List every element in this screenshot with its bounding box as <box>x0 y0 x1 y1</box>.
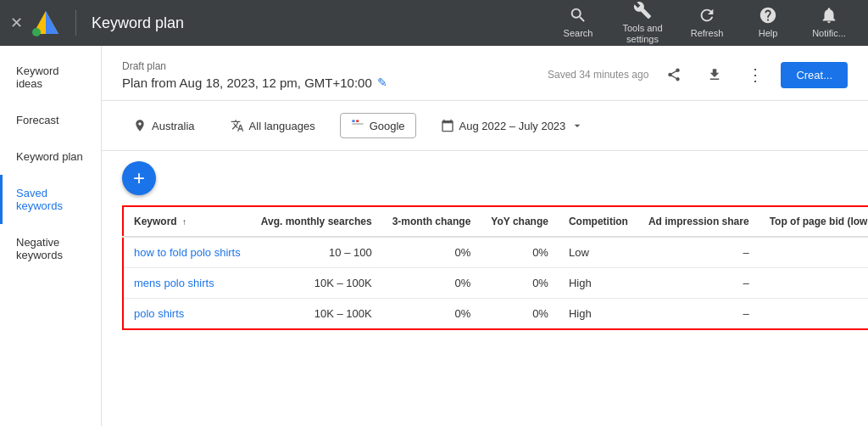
filter-bar: Australia All languages Google Aug 2022 … <box>102 101 868 151</box>
add-keyword-button[interactable]: + <box>122 161 156 195</box>
close-icon[interactable]: ✕ <box>10 14 23 32</box>
app-layout: Keyword ideas Forecast Keyword plan Save… <box>0 46 868 426</box>
table-section: Keyword ↑ Avg. monthly searches 3-month … <box>102 205 868 347</box>
tools-nav-button[interactable]: Tools and settings <box>610 0 675 46</box>
help-nav-label: Help <box>759 28 778 39</box>
ad-impression-cell: – <box>638 299 760 330</box>
saved-text: Saved 34 minutes ago <box>548 69 648 81</box>
top-low-cell: – <box>760 237 868 268</box>
notifications-nav-button[interactable]: Notific... <box>800 0 858 46</box>
top-low-cell: $0.73 <box>760 299 868 330</box>
refresh-nav-button[interactable]: Refresh <box>678 0 736 46</box>
col-yoy: YoY change <box>481 206 559 237</box>
download-button[interactable] <box>699 59 730 90</box>
date-range-label: Aug 2022 – July 2023 <box>459 120 566 132</box>
share-icon <box>666 67 682 82</box>
col-ad-impression: Ad impression share <box>638 206 760 237</box>
avg-monthly-cell: 10 – 100 <box>251 237 382 268</box>
draft-label: Draft plan <box>122 60 387 72</box>
more-menu-button[interactable]: ⋮ <box>740 59 771 90</box>
yoy-cell: 0% <box>481 299 559 330</box>
header-right: Saved 34 minutes ago ⋮ Creat... <box>548 59 848 90</box>
header-left: Draft plan Plan from Aug 18, 2023, 12 pm… <box>122 60 387 90</box>
svg-rect-3 <box>352 120 354 122</box>
network-filter[interactable]: Google <box>340 113 416 138</box>
sort-icon: ↑ <box>182 217 186 227</box>
location-label: Australia <box>152 120 195 132</box>
network-icon <box>351 119 364 132</box>
help-icon <box>759 6 777 25</box>
nav-divider <box>75 10 76 36</box>
plan-title: Plan from Aug 18, 2023, 12 pm, GMT+10:00… <box>122 76 387 90</box>
svg-rect-4 <box>356 120 359 122</box>
competition-cell: Low <box>559 237 638 268</box>
network-label: Google <box>370 120 405 132</box>
col-avg-monthly: Avg. monthly searches <box>251 206 382 237</box>
avg-monthly-cell: 10K – 100K <box>251 299 382 330</box>
location-icon <box>133 119 147 132</box>
sidebar-item-saved-keywords[interactable]: Saved keywords <box>0 175 101 224</box>
yoy-cell: 0% <box>481 237 559 268</box>
keyword-cell[interactable]: mens polo shirts <box>123 268 251 299</box>
share-button[interactable] <box>659 59 689 90</box>
refresh-nav-label: Refresh <box>691 28 724 39</box>
language-label: All languages <box>249 120 315 132</box>
top-nav: ✕ Keyword plan Search Tools and settings… <box>0 0 868 46</box>
main-content: Draft plan Plan from Aug 18, 2023, 12 pm… <box>102 46 868 426</box>
sidebar-item-keyword-ideas[interactable]: Keyword ideas <box>0 53 101 102</box>
help-nav-button[interactable]: Help <box>739 0 797 46</box>
notifications-icon <box>820 6 838 25</box>
language-filter[interactable]: All languages <box>220 113 326 138</box>
content-header: Draft plan Plan from Aug 18, 2023, 12 pm… <box>102 46 868 101</box>
nav-left: ✕ Keyword plan <box>10 8 549 37</box>
chevron-down-icon <box>570 119 584 132</box>
svg-point-2 <box>32 28 41 36</box>
yoy-cell: 0% <box>481 268 559 299</box>
table-header-row: Keyword ↑ Avg. monthly searches 3-month … <box>123 206 868 237</box>
3month-cell: 0% <box>382 268 481 299</box>
tools-nav-label: Tools and settings <box>610 23 675 45</box>
tools-icon <box>633 1 652 20</box>
date-range-filter[interactable]: Aug 2022 – July 2023 <box>430 113 596 138</box>
ad-impression-cell: – <box>638 237 760 268</box>
create-button[interactable]: Creat... <box>781 62 848 88</box>
keyword-cell[interactable]: polo shirts <box>123 299 251 330</box>
refresh-icon <box>698 6 716 25</box>
competition-cell: High <box>559 299 638 330</box>
sidebar-item-keyword-plan[interactable]: Keyword plan <box>0 138 101 175</box>
language-icon <box>231 119 244 132</box>
3month-cell: 0% <box>382 237 481 268</box>
search-nav-button[interactable]: Search <box>549 0 607 46</box>
edit-icon[interactable]: ✎ <box>377 76 387 89</box>
download-icon <box>707 67 722 82</box>
sidebar: Keyword ideas Forecast Keyword plan Save… <box>0 46 102 426</box>
ad-impression-cell: – <box>638 268 760 299</box>
calendar-icon <box>441 119 454 132</box>
avg-monthly-cell: 10K – 100K <box>251 268 382 299</box>
table-row: polo shirts 10K – 100K 0% 0% High – $0.7… <box>123 299 868 330</box>
top-low-cell: $0.81 <box>760 268 868 299</box>
more-dots-icon: ⋮ <box>747 64 765 85</box>
col-keyword: Keyword ↑ <box>123 206 251 237</box>
add-section: + <box>102 151 868 205</box>
svg-marker-1 <box>46 11 58 34</box>
col-competition: Competition <box>559 206 638 237</box>
search-icon <box>569 6 587 25</box>
nav-right: Search Tools and settings Refresh Help N… <box>549 0 858 46</box>
sidebar-item-forecast[interactable]: Forecast <box>0 102 101 138</box>
svg-rect-5 <box>352 123 363 124</box>
location-filter[interactable]: Australia <box>122 113 206 138</box>
keyword-cell[interactable]: how to fold polo shirts <box>123 237 251 268</box>
search-nav-label: Search <box>564 28 593 39</box>
col-3month: 3-month change <box>382 206 481 237</box>
table-row: mens polo shirts 10K – 100K 0% 0% High –… <box>123 268 868 299</box>
page-title: Keyword plan <box>92 14 184 32</box>
notifications-nav-label: Notific... <box>812 28 846 39</box>
keywords-table: Keyword ↑ Avg. monthly searches 3-month … <box>122 205 868 330</box>
sidebar-item-negative-keywords[interactable]: Negative keywords <box>0 224 101 273</box>
col-top-low: Top of page bid (low range) <box>760 206 868 237</box>
3month-cell: 0% <box>382 299 481 330</box>
table-row: how to fold polo shirts 10 – 100 0% 0% L… <box>123 237 868 268</box>
google-ads-logo <box>31 8 60 37</box>
competition-cell: High <box>559 268 638 299</box>
